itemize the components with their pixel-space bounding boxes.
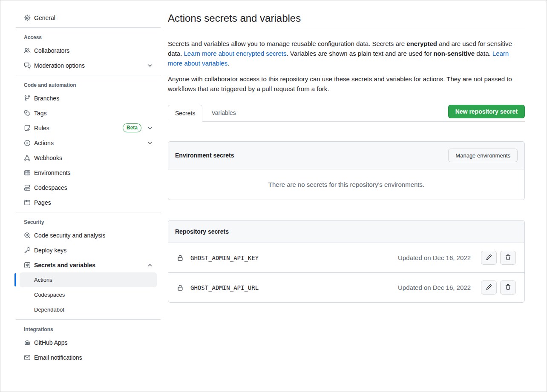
- play-icon: [24, 140, 31, 146]
- secret-name: GHOST_ADMIN_API_URL: [190, 284, 259, 291]
- environment-secrets-empty-message: There are no secrets for this repository…: [168, 169, 524, 200]
- chevron-up-icon: [147, 262, 153, 269]
- sidebar-item-label: Rules: [34, 125, 49, 132]
- trash-icon: [505, 284, 511, 292]
- key-asterisk-icon: [24, 262, 31, 269]
- intro-text: .: [227, 60, 229, 67]
- sidebar-item-label: Actions: [34, 140, 54, 146]
- sidebar-item-moderation-options[interactable]: Moderation options: [16, 58, 157, 73]
- pencil-icon: [486, 254, 492, 262]
- sidebar-section-code-and-automation: Code and automation: [16, 82, 157, 88]
- codespaces-icon: [24, 184, 31, 191]
- edit-secret-button[interactable]: [481, 280, 497, 295]
- repository-secrets-header: Repository secrets: [168, 220, 524, 243]
- sidebar-item-label: Moderation options: [34, 62, 85, 69]
- gear-icon: [24, 14, 31, 21]
- sidebar-item-pages[interactable]: Pages: [16, 195, 157, 210]
- intro-bold-non-sensitive: non-sensitive: [433, 50, 475, 57]
- sidebar-item-branches[interactable]: Branches: [16, 91, 157, 106]
- edit-secret-button[interactable]: [481, 251, 497, 265]
- pencil-icon: [486, 284, 492, 292]
- browser-icon: [24, 199, 31, 206]
- webhook-icon: [24, 155, 31, 161]
- main-content: Actions secrets and variables Secrets an…: [168, 0, 525, 392]
- sidebar-subitem-codespaces[interactable]: Codespaces: [20, 287, 157, 302]
- sidebar-divider: [16, 27, 161, 28]
- sidebar-item-code-security[interactable]: Code security and analysis: [16, 228, 157, 243]
- sidebar-item-rules[interactable]: Rules Beta: [16, 120, 157, 135]
- secret-row: GHOST_ADMIN_API_KEY Updated on Dec 16, 2…: [168, 243, 524, 272]
- lock-icon: [177, 284, 184, 291]
- sidebar-section-access: Access: [16, 34, 157, 40]
- sidebar-item-general[interactable]: General: [16, 10, 157, 25]
- sidebar-item-label: Branches: [34, 95, 59, 102]
- sidebar-subitem-actions[interactable]: Actions: [20, 272, 157, 287]
- secret-name: GHOST_ADMIN_API_KEY: [190, 255, 259, 261]
- key-icon: [24, 247, 31, 254]
- sidebar-section-integrations: Integrations: [16, 326, 157, 332]
- people-icon: [24, 47, 31, 54]
- sidebar-item-email-notifications[interactable]: Email notifications: [16, 350, 157, 365]
- sidebar-item-codespaces[interactable]: Codespaces: [16, 180, 157, 195]
- sidebar-item-label: GitHub Apps: [34, 339, 68, 346]
- chevron-down-icon: [147, 140, 153, 146]
- sidebar-item-label: Webhooks: [34, 155, 62, 161]
- server-icon: [24, 169, 31, 176]
- chevron-down-icon: [147, 62, 153, 69]
- delete-secret-button[interactable]: [500, 280, 516, 295]
- secret-row-actions: [481, 251, 516, 265]
- mail-icon: [24, 354, 31, 361]
- sidebar-subitem-dependabot[interactable]: Dependabot: [20, 302, 157, 317]
- environment-secrets-title: Environment secrets: [175, 152, 234, 159]
- intro-text: data.: [475, 50, 492, 57]
- sidebar-item-github-apps[interactable]: GitHub Apps: [16, 335, 157, 350]
- tab-secrets[interactable]: Secrets: [168, 105, 202, 122]
- tag-icon: [24, 110, 31, 117]
- sidebar-item-label: Codespaces: [34, 292, 65, 298]
- intro-paragraph: Secrets and variables allow you to manag…: [168, 39, 525, 68]
- sidebar-item-webhooks[interactable]: Webhooks: [16, 150, 157, 165]
- sidebar-item-deploy-keys[interactable]: Deploy keys: [16, 243, 157, 258]
- sidebar-item-label: Deploy keys: [34, 247, 66, 254]
- sidebar-item-environments[interactable]: Environments: [16, 165, 157, 180]
- git-branch-icon: [24, 95, 31, 102]
- sidebar-item-label: Email notifications: [34, 354, 82, 361]
- sidebar-item-tags[interactable]: Tags: [16, 106, 157, 120]
- repository-secrets-title: Repository secrets: [175, 228, 229, 235]
- title-divider: [168, 30, 525, 30]
- intro-bold-encrypted: encrypted: [406, 40, 437, 47]
- sidebar-item-label: Actions: [34, 277, 52, 283]
- sidebar-item-label: Tags: [34, 110, 47, 117]
- sidebar-divider: [16, 75, 161, 75]
- repository-settings-window: General Access Collaborators Moderation …: [0, 0, 547, 392]
- settings-sidebar: General Access Collaborators Moderation …: [0, 0, 161, 392]
- codescan-icon: [24, 232, 31, 239]
- sidebar-item-collaborators[interactable]: Collaborators: [16, 43, 157, 58]
- sidebar-item-label: Pages: [34, 199, 51, 206]
- sidebar-item-label: Codespaces: [34, 184, 67, 191]
- sidebar-divider: [16, 212, 161, 212]
- collaborator-access-paragraph: Anyone with collaborator access to this …: [168, 74, 525, 94]
- manage-environments-button[interactable]: Manage environments: [448, 149, 518, 162]
- intro-text: Secrets and variables allow you to manag…: [168, 40, 406, 47]
- sidebar-item-secrets-and-variables[interactable]: Secrets and variables: [16, 258, 157, 272]
- delete-secret-button[interactable]: [500, 251, 516, 265]
- sidebar-section-security: Security: [16, 219, 157, 225]
- link-encrypted-secrets[interactable]: Learn more about encrypted secrets: [184, 50, 287, 57]
- intro-text: . Variables are shown as plain text and …: [287, 50, 434, 57]
- rules-icon: [24, 125, 31, 132]
- secret-row: GHOST_ADMIN_API_URL Updated on Dec 16, 2…: [168, 272, 524, 302]
- secret-updated-date: Updated on Dec 16, 2022: [398, 254, 471, 261]
- sidebar-item-label: Collaborators: [34, 47, 69, 54]
- beta-badge: Beta: [123, 123, 141, 132]
- chevron-down-icon: [147, 125, 153, 132]
- sidebar-item-label: Environments: [34, 169, 71, 176]
- sidebar-item-label: Code security and analysis: [34, 232, 105, 239]
- tab-variables[interactable]: Variables: [204, 105, 242, 121]
- new-repository-secret-button[interactable]: New repository secret: [448, 105, 525, 118]
- environment-secrets-box: Environment secrets Manage environments …: [168, 141, 525, 200]
- secret-row-actions: [481, 280, 516, 295]
- sidebar-item-actions[interactable]: Actions: [16, 135, 157, 150]
- repository-secrets-box: Repository secrets GHOST_ADMIN_API_KEY U…: [168, 220, 525, 303]
- trash-icon: [505, 254, 511, 262]
